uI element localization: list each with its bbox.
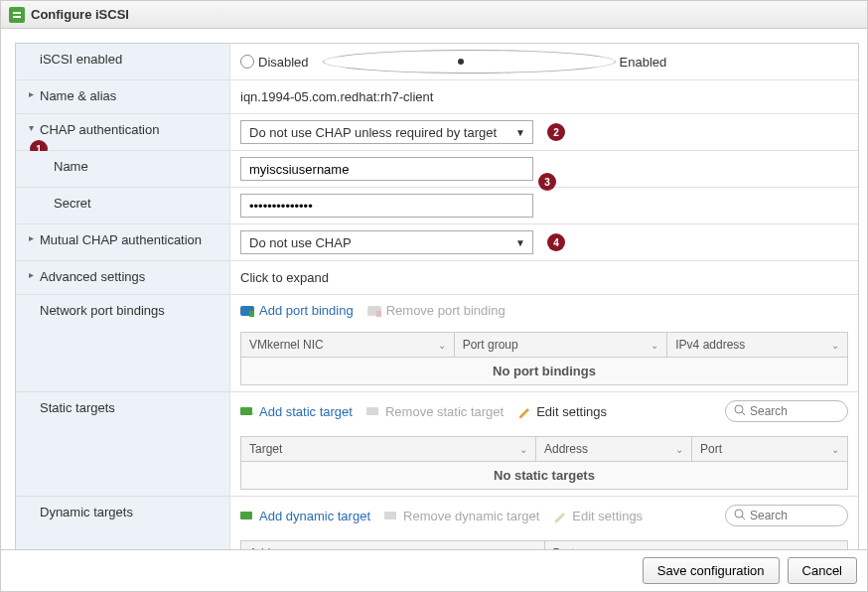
cancel-button[interactable]: Cancel	[788, 557, 857, 584]
edit-settings-button[interactable]: Edit settings	[517, 404, 607, 419]
expand-icon: ▸	[26, 88, 36, 99]
value-chap-secret	[230, 188, 858, 223]
save-button[interactable]: Save configuration	[643, 557, 780, 584]
expand-icon: ▸	[26, 232, 36, 243]
chevron-down-icon: ⌄	[651, 340, 658, 351]
title-bar: Configure iSCSI	[1, 1, 867, 29]
value-chap-name: 3	[230, 151, 858, 187]
annotation-badge-4: 4	[547, 233, 565, 251]
npb-empty: No port bindings	[240, 358, 848, 385]
add-icon	[240, 304, 254, 318]
pencil-icon	[553, 509, 567, 522]
value-chap-auth: Do not use CHAP unless required by targe…	[230, 114, 858, 150]
col-address[interactable]: Address⌄	[535, 436, 691, 462]
value-dynamic-targets: Add dynamic target Remove dynamic target…	[230, 497, 858, 549]
label-dynamic-targets: Dynamic targets	[16, 497, 230, 549]
configure-iscsi-dialog: Configure iSCSI iSCSI enabled Disabled	[0, 0, 868, 592]
edit-settings-button-disabled: Edit settings	[553, 509, 643, 523]
add-static-target-button[interactable]: + Add static target	[240, 404, 353, 419]
label-name-alias[interactable]: ▸ Name & alias	[16, 80, 230, 113]
label-mutual-chap[interactable]: ▸ Mutual CHAP authentication	[16, 224, 230, 260]
svg-rect-3	[249, 311, 254, 317]
col-ipv4[interactable]: IPv4 address⌄	[666, 332, 848, 358]
label-chap-secret: Secret	[16, 188, 230, 223]
chevron-down-icon: ⌄	[675, 444, 683, 455]
settings-panel: iSCSI enabled Disabled Enabled	[15, 43, 859, 549]
search-icon	[734, 404, 746, 419]
add-dynamic-target-button[interactable]: Add dynamic target	[240, 509, 370, 523]
chevron-down-icon: ⌄	[831, 548, 839, 550]
label-static-targets: Static targets	[16, 392, 230, 496]
chap-secret-input[interactable]	[240, 194, 533, 218]
pencil-icon	[517, 404, 531, 418]
col-port[interactable]: Port⌄	[691, 436, 848, 462]
col-target[interactable]: Target⌄	[240, 436, 535, 462]
label-iscsi-enabled: iSCSI enabled	[16, 44, 230, 79]
col-dyn-address[interactable]: Address⌄	[240, 540, 544, 549]
annotation-badge-3: 3	[538, 173, 556, 191]
value-static-targets: + Add static target Remove static target…	[230, 392, 858, 496]
static-search[interactable]	[725, 400, 848, 422]
svg-rect-8	[366, 407, 378, 415]
svg-rect-6	[240, 407, 252, 415]
col-dyn-port[interactable]: Port⌄	[544, 540, 849, 549]
static-empty: No static targets	[240, 462, 848, 490]
remove-icon	[366, 404, 380, 418]
search-icon	[734, 509, 746, 523]
label-chap-auth[interactable]: ▾ CHAP authentication 1	[16, 114, 230, 150]
chevron-down-icon: ⌄	[438, 340, 446, 351]
chevron-down-icon: ⌄	[519, 444, 527, 455]
dynamic-search[interactable]	[725, 505, 848, 526]
col-port-group[interactable]: Port group⌄	[454, 332, 667, 358]
svg-rect-11	[240, 512, 252, 519]
static-search-input[interactable]	[750, 404, 839, 418]
svg-rect-0	[13, 12, 21, 14]
iscsi-icon	[9, 7, 25, 23]
value-network-port-bindings: Add port binding Remove port binding VMk…	[230, 295, 858, 391]
radio-disabled[interactable]: Disabled	[240, 55, 309, 70]
chap-name-input[interactable]	[240, 157, 533, 181]
svg-rect-12	[384, 512, 396, 519]
chevron-down-icon: ⌄	[831, 340, 839, 351]
remove-icon	[367, 304, 381, 318]
value-mutual-chap: Do not use CHAP ▼ 4	[230, 224, 858, 260]
chevron-down-icon: ⌄	[528, 548, 536, 550]
label-network-port-bindings: Network port bindings	[16, 295, 230, 391]
dynamic-search-input[interactable]	[750, 509, 839, 522]
remove-port-binding-button: Remove port binding	[367, 303, 506, 318]
add-icon: +	[240, 404, 254, 418]
mutual-chap-select[interactable]: Do not use CHAP	[240, 230, 533, 254]
svg-point-9	[735, 405, 743, 413]
value-advanced[interactable]: Click to expand	[230, 261, 858, 294]
dialog-title: Configure iSCSI	[31, 7, 129, 22]
svg-rect-1	[13, 16, 21, 18]
add-port-binding-button[interactable]: Add port binding	[240, 303, 354, 318]
add-icon	[240, 509, 254, 522]
expand-icon: ▸	[26, 269, 36, 280]
remove-dynamic-target-button: Remove dynamic target	[384, 509, 539, 523]
svg-text:+: +	[252, 409, 254, 418]
svg-rect-5	[376, 311, 381, 317]
remove-icon	[384, 509, 398, 522]
svg-point-13	[735, 510, 743, 518]
label-chap-name: Name	[16, 151, 230, 187]
svg-line-10	[742, 412, 745, 415]
value-name-alias: iqn.1994-05.com.redhat:rh7-client	[230, 80, 858, 113]
chevron-down-icon: ⌄	[831, 444, 839, 455]
dialog-footer: Save configuration Cancel	[1, 549, 867, 591]
remove-static-target-button: Remove static target	[366, 404, 504, 419]
collapse-icon: ▾	[26, 122, 36, 133]
annotation-badge-2: 2	[547, 123, 565, 141]
label-advanced[interactable]: ▸ Advanced settings	[16, 261, 230, 294]
radio-enabled[interactable]: Enabled	[323, 50, 667, 74]
col-vmkernel-nic[interactable]: VMkernel NIC⌄	[240, 332, 454, 358]
svg-line-14	[742, 517, 745, 519]
content-scroll[interactable]: iSCSI enabled Disabled Enabled	[1, 29, 867, 549]
value-iscsi-enabled: Disabled Enabled	[230, 44, 858, 79]
chap-mode-select[interactable]: Do not use CHAP unless required by targe…	[240, 120, 533, 144]
